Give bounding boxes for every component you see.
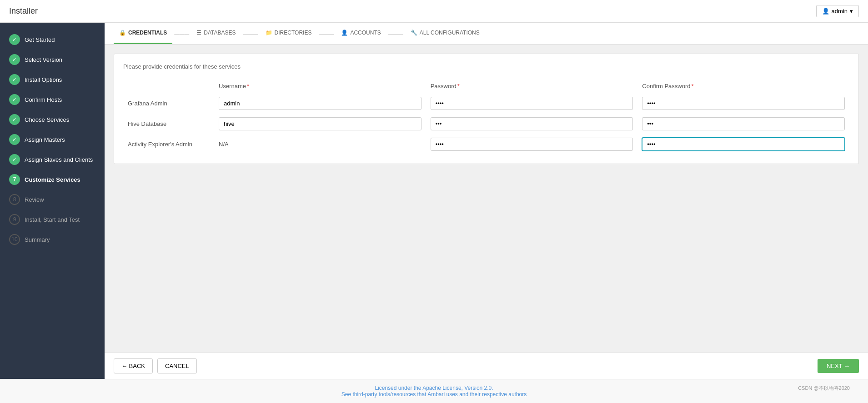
credentials-card: Please provide credentials for these ser…: [114, 54, 859, 164]
bottom-bar: ← BACK CANCEL NEXT →: [105, 353, 868, 379]
sidebar-label-confirm-hosts: Confirm Hosts: [25, 96, 62, 103]
col-username: Username: [214, 79, 426, 93]
tab-accounts[interactable]: 👤 ACCOUNTS: [336, 23, 386, 44]
database-icon: ☰: [196, 30, 201, 36]
sidebar-label-install-start-test: Install, Start and Test: [25, 216, 80, 223]
chevron-down-icon: ▾: [850, 8, 853, 15]
sidebar-label-choose-services: Choose Services: [25, 116, 69, 123]
footer-line2: See third-party tools/resources that Amb…: [341, 391, 527, 398]
sidebar: ✓Get Started✓Select Version✓Install Opti…: [0, 23, 105, 379]
lock-icon: 🔒: [119, 30, 126, 36]
username-cell-hive: [214, 114, 426, 134]
sidebar-label-customize-services: Customize Services: [25, 176, 80, 183]
sidebar-item-assign-masters[interactable]: ✓Assign Masters: [0, 129, 105, 149]
admin-button[interactable]: 👤 admin ▾: [816, 5, 859, 17]
table-row: Grafana Admin: [123, 93, 849, 114]
tab-sep-4: ———: [386, 31, 405, 36]
step-circle-assign-slaves: ✓: [9, 154, 20, 165]
username-cell-grafana: [214, 93, 426, 114]
step-circle-review: 8: [9, 194, 20, 205]
password-input-grafana[interactable]: [431, 97, 633, 110]
cancel-button[interactable]: CANCEL: [157, 358, 197, 373]
confirm-password-input-grafana[interactable]: [642, 97, 845, 110]
step-circle-get-started: ✓: [9, 34, 20, 45]
user-icon: 👤: [822, 8, 829, 15]
step-circle-confirm-hosts: ✓: [9, 94, 20, 105]
step-circle-choose-services: ✓: [9, 114, 20, 125]
step-circle-install-options: ✓: [9, 74, 20, 85]
confirm-password-cell-grafana: [637, 93, 849, 114]
sidebar-item-choose-services[interactable]: ✓Choose Services: [0, 109, 105, 129]
username-input-hive[interactable]: [219, 117, 421, 130]
sidebar-label-assign-masters: Assign Masters: [25, 136, 65, 143]
confirm-password-cell-hive: [637, 114, 849, 134]
form-content: Please provide credentials for these ser…: [105, 45, 868, 353]
admin-label: admin: [832, 8, 848, 15]
tab-directories[interactable]: 📁 DIRECTORIES: [260, 23, 317, 44]
sidebar-item-summary: 10Summary: [0, 229, 105, 249]
username-input-grafana[interactable]: [219, 97, 421, 110]
sidebar-item-select-version[interactable]: ✓Select Version: [0, 50, 105, 70]
folder-icon: 📁: [266, 30, 272, 36]
table-row: Activity Explorer's Admin N/A: [123, 134, 849, 154]
credentials-table: Username Password Confirm Password Grafa…: [123, 79, 849, 154]
sidebar-label-summary: Summary: [25, 236, 50, 243]
password-input-activity[interactable]: [431, 138, 633, 151]
person-icon: 👤: [341, 30, 348, 36]
back-button[interactable]: ← BACK: [114, 358, 153, 373]
tab-sep-1: ———: [172, 31, 191, 36]
sidebar-item-confirm-hosts[interactable]: ✓Confirm Hosts: [0, 90, 105, 109]
form-subtitle: Please provide credentials for these ser…: [123, 63, 849, 70]
sidebar-label-get-started: Get Started: [25, 36, 55, 43]
table-row: Hive Database: [123, 114, 849, 134]
sidebar-item-install-options[interactable]: ✓Install Options: [0, 70, 105, 90]
password-input-hive[interactable]: [431, 117, 633, 130]
wrench-icon: 🔧: [411, 30, 417, 36]
sidebar-item-review: 8Review: [0, 189, 105, 209]
sidebar-item-get-started[interactable]: ✓Get Started: [0, 30, 105, 50]
col-confirm-password: Confirm Password: [637, 79, 849, 93]
tab-databases[interactable]: ☰ DATABASES: [191, 23, 241, 44]
tab-sep-2: ———: [241, 31, 260, 36]
col-password: Password: [426, 79, 638, 93]
footer-wrapper: Licensed under the Apache License, Versi…: [9, 385, 859, 398]
step-circle-customize-services: 7: [9, 174, 20, 185]
username-cell-activity: N/A: [214, 134, 426, 154]
col-service: [123, 79, 214, 93]
sidebar-item-assign-slaves[interactable]: ✓Assign Slaves and Clients: [0, 149, 105, 169]
username-na-activity: N/A: [219, 141, 229, 148]
service-label-activity: Activity Explorer's Admin: [123, 134, 214, 154]
confirm-password-cell-activity: [637, 134, 849, 154]
password-cell-grafana: [426, 93, 638, 114]
license-link[interactable]: Licensed under the Apache License, Versi…: [375, 385, 493, 391]
step-circle-assign-masters: ✓: [9, 134, 20, 145]
sidebar-label-assign-slaves: Assign Slaves and Clients: [25, 156, 93, 163]
step-circle-summary: 10: [9, 234, 20, 245]
confirm-password-input-activity[interactable]: [642, 138, 845, 151]
step-circle-install-start-test: 9: [9, 214, 20, 225]
app-title: Installer: [9, 6, 38, 16]
sidebar-label-install-options: Install Options: [25, 76, 62, 83]
sidebar-item-install-start-test: 9Install, Start and Test: [0, 209, 105, 229]
service-label-hive: Hive Database: [123, 114, 214, 134]
footer-line1: Licensed under the Apache License, Versi…: [375, 385, 493, 391]
confirm-password-input-hive[interactable]: [642, 117, 845, 130]
password-cell-activity: [426, 134, 638, 154]
sidebar-label-review: Review: [25, 196, 44, 203]
tab-bar: 🔒 CREDENTIALS ——— ☰ DATABASES ——— 📁 DIRE…: [105, 23, 868, 45]
tab-all-configurations[interactable]: 🔧 ALL CONFIGURATIONS: [405, 23, 485, 44]
service-label-grafana: Grafana Admin: [123, 93, 214, 114]
top-bar: Installer 👤 admin ▾: [0, 0, 868, 23]
tab-sep-3: ———: [317, 31, 336, 36]
sidebar-label-select-version: Select Version: [25, 56, 62, 63]
content-area: 🔒 CREDENTIALS ——— ☰ DATABASES ——— 📁 DIRE…: [105, 23, 868, 379]
main-layout: ✓Get Started✓Select Version✓Install Opti…: [0, 23, 868, 379]
next-button[interactable]: NEXT →: [818, 359, 859, 373]
tab-credentials[interactable]: 🔒 CREDENTIALS: [114, 23, 172, 44]
step-circle-select-version: ✓: [9, 54, 20, 65]
footer: Licensed under the Apache License, Versi…: [0, 379, 868, 403]
thirdparty-link[interactable]: See third-party tools/resources that Amb…: [341, 391, 527, 398]
password-cell-hive: [426, 114, 638, 134]
watermark: CSDN @不以物喜2020: [798, 385, 850, 392]
sidebar-item-customize-services[interactable]: 7Customize Services: [0, 169, 105, 189]
